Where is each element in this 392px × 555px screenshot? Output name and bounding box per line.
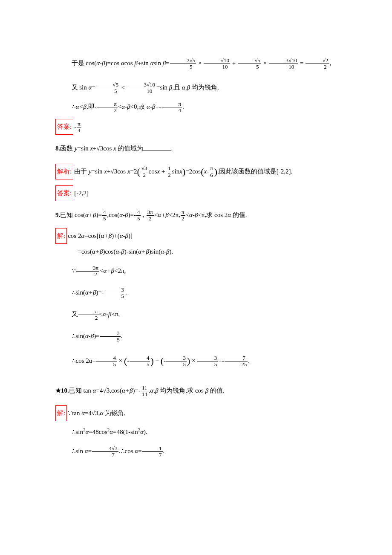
txt: =4: [96, 387, 103, 394]
txt: 的值.: [208, 387, 225, 394]
alpha: α: [140, 428, 144, 435]
p9-question: 9.已知 cos(α+β)=45,cos(α-β)=-45 , 3π2<α+β<…: [55, 208, 337, 222]
frac: π2: [181, 209, 185, 222]
txt: ).: [144, 428, 147, 435]
txt: =4: [85, 410, 92, 416]
q-number: 8.: [55, 145, 60, 152]
apb: α+β: [104, 267, 114, 274]
p9-sol-5: 又π2<α-β<π,: [55, 307, 337, 321]
txt: cos: [124, 60, 135, 66]
frac: π6: [209, 165, 214, 178]
answer-label: 答案:: [55, 185, 73, 201]
p10-question: ★10.已知 tan α=4√3,cos(α+β)=-1114,α,β 均为锐角…: [55, 384, 337, 398]
alpha: α: [81, 410, 85, 416]
minus: −: [154, 357, 161, 364]
lparen: (: [137, 166, 140, 177]
fill-blank: [143, 144, 171, 150]
frac: √55: [96, 82, 119, 95]
lt: <: [120, 84, 127, 91]
apb: α+β: [122, 387, 133, 394]
txt: )=-: [96, 289, 104, 296]
txt: =: [138, 448, 141, 454]
txt: ∴sin: [72, 448, 85, 454]
solution-label: 解:: [55, 228, 67, 244]
p8-answer: 答案:[-2,2]: [55, 185, 337, 201]
q-number: 10.: [61, 387, 69, 394]
eq: =: [298, 60, 305, 66]
txt: )=-: [128, 211, 136, 218]
lparen: (: [201, 166, 204, 177]
neg: -: [164, 357, 166, 364]
txt: ,: [329, 60, 331, 66]
txt: ∴sin: [72, 428, 84, 435]
frac: 45: [136, 209, 141, 222]
txt: )-sin(: [124, 248, 138, 255]
p7-line3: ∴α<β,即-π2<α-β<0,故 α-β=-π4.: [55, 100, 337, 114]
frac: π2: [78, 309, 99, 321]
frac: 3√1010: [127, 82, 156, 95]
times: ×: [262, 60, 268, 66]
amb: α-β: [147, 103, 155, 110]
frac: √55: [238, 58, 261, 70]
txt: 已知 tan: [69, 387, 93, 394]
sqrt3: √3: [92, 410, 98, 416]
frac: 45: [130, 355, 150, 368]
times: ×: [196, 60, 203, 66]
txt: =: [92, 357, 96, 364]
p9-sol-2: =cos(α+β)cos(α-β)-sin(α+β)sin(α-β).: [78, 245, 337, 259]
txt: .∴cos: [119, 448, 135, 454]
txt: =: [88, 448, 92, 454]
lparen: (: [161, 356, 164, 366]
txt: ,cos(: [110, 387, 122, 394]
lt: <: [186, 211, 189, 218]
lt: <: [118, 103, 121, 110]
txt: 均为锐角,: [190, 84, 219, 91]
neg: -: [127, 357, 129, 364]
amb: α-β: [85, 332, 94, 339]
amb: α-β: [115, 248, 124, 255]
lt: <: [100, 267, 103, 274]
frac: 2√55: [170, 58, 196, 70]
txt: =2cos: [185, 168, 201, 175]
frac: 17: [142, 445, 163, 458]
sqrt3: √3: [103, 387, 110, 394]
txt: sin: [154, 60, 163, 66]
txt: =-: [155, 103, 161, 110]
frac: 3π2: [76, 265, 100, 278]
txt: =sin: [78, 145, 90, 152]
txt: )+(: [112, 232, 119, 239]
txt: =cos(: [78, 248, 92, 255]
txt: .: [171, 145, 173, 152]
sqrt3: √3: [97, 145, 104, 152]
txt: 由于: [74, 168, 89, 175]
apb: α+β: [92, 248, 103, 255]
cos: cos: [149, 168, 157, 175]
txt: <π,: [111, 311, 120, 318]
txt: )sin(: [149, 248, 161, 255]
txt: ∴sin(: [72, 332, 86, 339]
txt: 又 sin: [72, 84, 89, 91]
p9-sol-3: ∵3π2<α+β<2π,: [55, 264, 337, 278]
rparen: ): [214, 166, 217, 177]
txt: =sin: [92, 168, 104, 175]
x: x: [113, 145, 116, 152]
txt: =2: [130, 168, 137, 175]
plus: +: [160, 168, 167, 175]
txt: 函数: [60, 145, 75, 152]
amb: α-β: [121, 103, 130, 110]
txt: +sin: [138, 60, 150, 66]
amb: α-β: [119, 211, 128, 218]
p7-answer: 答案:-π4: [55, 119, 337, 135]
txt: =-: [218, 357, 224, 364]
frac: 3π2: [147, 209, 154, 222]
solution-label: 解:: [55, 405, 67, 421]
txt: cos: [103, 145, 113, 152]
txt: )=: [94, 332, 99, 339]
txt: <0,故: [130, 103, 147, 110]
txt: .: [163, 448, 165, 454]
ab: α,β: [150, 387, 159, 394]
x: x: [179, 168, 182, 175]
txt: .: [248, 357, 250, 364]
txt: .: [125, 289, 127, 296]
alpha: α: [228, 211, 231, 218]
